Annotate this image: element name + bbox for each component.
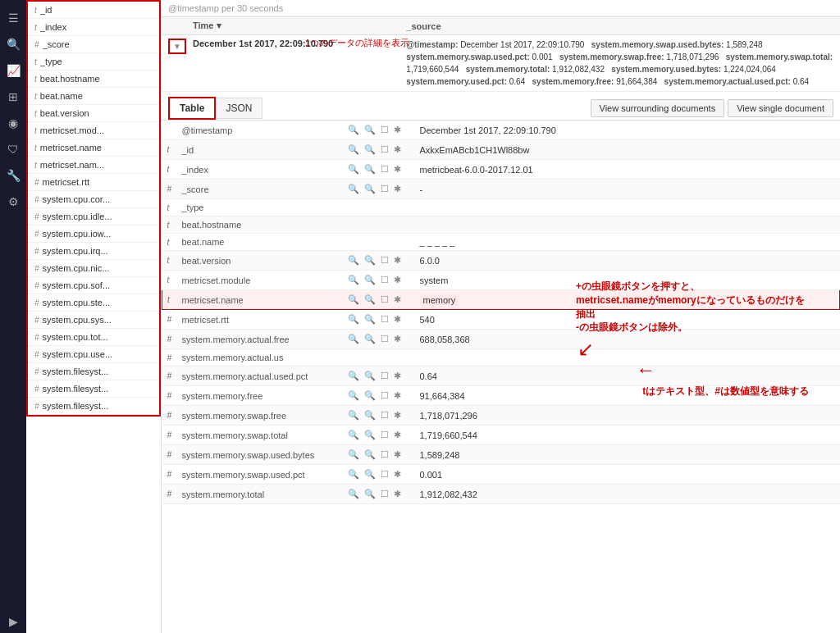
column-toggle-icon[interactable]: ☐ [379,183,390,195]
filter-plus-icon[interactable]: 🔍 [346,370,361,382]
table-tab[interactable]: Table [168,97,216,120]
field-list-item[interactable]: tbeat.version [28,105,159,122]
field-list-item[interactable]: #system.cpu.sof... [28,277,159,294]
column-toggle-icon[interactable]: ☐ [379,333,390,345]
field-list-item[interactable]: t_index [28,19,159,36]
column-toggle-icon[interactable]: ☐ [379,468,390,480]
column-toggle-icon[interactable]: ☐ [379,449,390,461]
filter-minus-icon[interactable]: 🔍 [363,449,377,461]
exists-icon[interactable]: ✱ [392,294,403,306]
exists-icon[interactable]: ✱ [392,313,403,326]
column-toggle-icon[interactable]: ☐ [379,313,390,326]
exists-icon[interactable]: ✱ [392,429,403,441]
timelion-icon[interactable]: ◉ [2,112,25,134]
filter-minus-icon[interactable]: 🔍 [363,313,377,326]
filter-plus-icon[interactable]: 🔍 [346,254,361,266]
shield-icon[interactable]: 🛡 [2,138,25,161]
exists-icon[interactable]: ✱ [392,409,403,421]
field-list-item[interactable]: tmetricset.mod... [28,122,159,139]
field-list-item[interactable]: tbeat.name [28,88,159,105]
row-expander[interactable]: ▼ [168,39,193,54]
filter-minus-icon[interactable]: 🔍 [363,409,377,421]
field-list-item[interactable]: #system.cpu.use... [28,346,159,363]
expand-icon[interactable]: ▶ [2,610,25,633]
field-list-item[interactable]: #_score [28,36,159,53]
exists-icon[interactable]: ✱ [392,333,403,345]
field-list-item[interactable]: t_id [28,2,159,19]
column-toggle-icon[interactable]: ☐ [379,409,390,421]
filter-minus-icon[interactable]: 🔍 [363,254,377,266]
column-toggle-icon[interactable]: ☐ [379,124,390,136]
column-toggle-icon[interactable]: ☐ [379,370,390,382]
column-toggle-icon[interactable]: ☐ [379,294,390,306]
field-list-item[interactable]: #system.cpu.irq... [28,243,159,260]
filter-plus-icon[interactable]: 🔍 [346,313,361,326]
field-list-item[interactable]: tbeat.hostname [28,71,159,88]
field-list-item[interactable]: #metricset.rtt [28,174,159,191]
field-list-item[interactable]: #system.cpu.ste... [28,294,159,312]
field-list-item[interactable]: tmetricset.nam... [28,157,159,174]
filter-plus-icon[interactable]: 🔍 [346,294,361,306]
settings-icon[interactable]: ⚙ [2,190,25,213]
filter-minus-icon[interactable]: 🔍 [363,389,377,402]
field-list-item[interactable]: #system.filesyst... [28,380,159,398]
exists-icon[interactable]: ✱ [392,389,403,402]
column-toggle-icon[interactable]: ☐ [379,389,390,402]
filter-minus-icon[interactable]: 🔍 [363,274,377,286]
filter-plus-icon[interactable]: 🔍 [346,333,361,345]
exists-icon[interactable]: ✱ [392,488,403,500]
json-tab[interactable]: JSON [216,98,262,119]
filter-minus-icon[interactable]: 🔍 [363,294,377,306]
filter-minus-icon[interactable]: 🔍 [363,163,377,175]
exists-icon[interactable]: ✱ [392,143,403,156]
filter-minus-icon[interactable]: 🔍 [363,468,377,480]
wrench-icon[interactable]: 🔧 [2,164,25,187]
filter-plus-icon[interactable]: 🔍 [346,429,361,441]
exists-icon[interactable]: ✱ [392,370,403,382]
column-toggle-icon[interactable]: ☐ [379,254,390,266]
column-toggle-icon[interactable]: ☐ [379,429,390,441]
filter-plus-icon[interactable]: 🔍 [346,488,361,500]
exists-icon[interactable]: ✱ [392,254,403,266]
filter-minus-icon[interactable]: 🔍 [363,143,377,156]
view-single-button[interactable]: View single document [728,99,833,117]
filter-plus-icon[interactable]: 🔍 [346,274,361,286]
filter-minus-icon[interactable]: 🔍 [363,183,377,195]
exists-icon[interactable]: ✱ [392,274,403,286]
field-list-item[interactable]: #system.cpu.sys... [28,312,159,329]
exists-icon[interactable]: ✱ [392,124,403,136]
exists-icon[interactable]: ✱ [392,183,403,195]
field-list-item[interactable]: #system.cpu.tot... [28,329,159,346]
filter-minus-icon[interactable]: 🔍 [363,124,377,136]
exists-icon[interactable]: ✱ [392,449,403,461]
filter-plus-icon[interactable]: 🔍 [346,409,361,421]
filter-plus-icon[interactable]: 🔍 [346,143,361,156]
filter-plus-icon[interactable]: 🔍 [346,163,361,175]
column-toggle-icon[interactable]: ☐ [379,274,390,286]
field-list-item[interactable]: #system.cpu.iow... [28,225,159,243]
exists-icon[interactable]: ✱ [392,468,403,480]
column-toggle-icon[interactable]: ☐ [379,488,390,500]
exists-icon[interactable]: ✱ [392,163,403,175]
discover-icon[interactable]: 🔍 [2,33,25,56]
filter-plus-icon[interactable]: 🔍 [346,124,361,136]
filter-plus-icon[interactable]: 🔍 [346,449,361,461]
field-list-item[interactable]: #system.cpu.nic... [28,260,159,277]
filter-plus-icon[interactable]: 🔍 [346,389,361,402]
menu-icon[interactable]: ☰ [2,7,25,30]
field-list-item[interactable]: #system.filesyst... [28,363,159,380]
field-list-item[interactable]: #system.filesyst... [28,398,159,415]
field-list-item[interactable]: #system.cpu.cor... [28,191,159,208]
filter-minus-icon[interactable]: 🔍 [363,370,377,382]
filter-plus-icon[interactable]: 🔍 [346,468,361,480]
field-list-item[interactable]: tmetricset.name [28,139,159,157]
filter-minus-icon[interactable]: 🔍 [363,429,377,441]
column-toggle-icon[interactable]: ☐ [379,143,390,156]
field-list-item[interactable]: #system.cpu.idle... [28,208,159,225]
dashboard-icon[interactable]: ⊞ [2,85,25,108]
column-toggle-icon[interactable]: ☐ [379,163,390,175]
view-surrounding-button[interactable]: View surrounding documents [591,99,725,117]
filter-plus-icon[interactable]: 🔍 [346,183,361,195]
filter-minus-icon[interactable]: 🔍 [363,333,377,345]
visualize-icon[interactable]: 📈 [2,59,25,82]
